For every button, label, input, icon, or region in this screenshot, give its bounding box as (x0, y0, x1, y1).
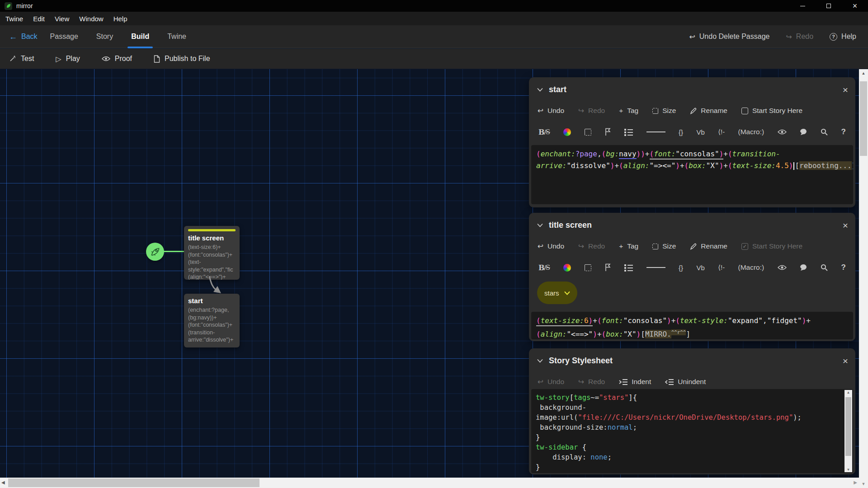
passage-code-editor[interactable]: (enchant:?page,(bg:navy))+(font:"consola… (531, 145, 853, 204)
collapse-chevron-icon[interactable] (537, 88, 543, 92)
find-icon[interactable] (821, 264, 828, 271)
scroll-down-icon[interactable]: ▼ (844, 468, 852, 472)
alignment-icon[interactable] (646, 266, 665, 269)
redo-button[interactable]: ↪Redo (578, 378, 605, 386)
preview-eye-icon[interactable] (778, 129, 787, 135)
preview-eye-icon[interactable] (778, 264, 787, 271)
undo-icon: ↩ (538, 107, 543, 115)
comment-icon[interactable]: ⟨!- (718, 263, 725, 272)
collapse-braces-icon[interactable]: {} (679, 128, 683, 136)
start-story-here-checkbox[interactable]: Start Story Here (741, 107, 802, 115)
maximize-button[interactable] (816, 0, 842, 12)
scroll-right-icon[interactable]: ▶ (854, 480, 857, 485)
redo-button[interactable]: ↪ Redo (786, 33, 813, 41)
story-start-marker[interactable] (146, 243, 164, 261)
undo-delete-passage-button[interactable]: ↩ Undo Delete Passage (689, 33, 769, 41)
comment-bubble-icon[interactable] (800, 128, 807, 136)
proof-eye-icon (102, 56, 110, 62)
borders-icon[interactable] (585, 129, 591, 136)
scrollbar-thumb[interactable] (845, 397, 851, 456)
stylesheet-scrollbar[interactable]: ▲ ▼ (844, 390, 852, 472)
indent-icon (619, 379, 627, 385)
scroll-up-icon[interactable]: ▲ (859, 71, 868, 75)
link-flag-icon[interactable] (604, 263, 611, 272)
passage-card-start[interactable]: start (enchant:?page, (bg:navy))+ (font:… (184, 294, 240, 347)
indent-button[interactable]: Indent (619, 378, 651, 386)
passage-card-title-screen[interactable]: title screen (text-size:6)+ (font:"conso… (184, 226, 240, 280)
passage-preview: (enchant:?page, (bg:navy))+ (font:"conso… (188, 306, 236, 344)
collapse-chevron-icon[interactable] (537, 223, 543, 227)
link-flag-icon[interactable] (604, 128, 611, 136)
tab-build[interactable]: Build (131, 25, 149, 48)
colour-icon[interactable] (563, 128, 571, 136)
rename-button[interactable]: Rename (690, 107, 727, 115)
size-button[interactable]: Size (652, 107, 676, 115)
minimize-button[interactable] (789, 0, 816, 12)
comment-icon[interactable]: ⟨!- (718, 128, 725, 136)
numbered-list-icon[interactable] (624, 128, 633, 136)
close-button[interactable]: × (842, 0, 868, 12)
close-panel-icon[interactable]: × (843, 85, 848, 94)
comment-bubble-icon[interactable] (800, 264, 807, 271)
vertical-scrollbar[interactable]: ▲ ▼ (859, 69, 868, 488)
window-title: mirror (16, 2, 33, 9)
scrollbar-thumb[interactable] (860, 81, 867, 156)
play-button[interactable]: ▷ Play (56, 55, 80, 63)
proof-button[interactable]: Proof (102, 55, 132, 63)
start-story-label: Start Story Here (752, 242, 802, 250)
unindent-button[interactable]: Unindent (665, 378, 706, 386)
redo-button[interactable]: ↪Redo (578, 242, 605, 250)
stylesheet-code-editor[interactable]: tw-story[tags~="stars"]{ background-imag… (531, 389, 853, 473)
start-story-here-checkbox[interactable]: ✓Start Story Here (741, 242, 802, 250)
scrollbar-thumb[interactable] (8, 479, 259, 487)
add-tag-button[interactable]: +Tag (619, 242, 638, 250)
menu-view[interactable]: View (50, 15, 74, 23)
text-style-icon[interactable]: B/S (538, 128, 550, 136)
rename-pen-icon (690, 108, 697, 114)
passage-code-editor[interactable]: (text-size:6)+(font:"consolas")+(text-st… (531, 312, 853, 339)
size-button[interactable]: Size (652, 242, 676, 250)
horizontal-scrollbar[interactable]: ◀ ▶ (0, 478, 859, 488)
help-icon[interactable]: ? (841, 263, 846, 272)
collapse-braces-icon[interactable]: {} (679, 264, 683, 272)
numbered-list-icon[interactable] (624, 264, 633, 272)
undo-button[interactable]: ↩Undo (538, 378, 564, 386)
close-panel-icon[interactable]: × (843, 356, 848, 366)
scroll-left-icon[interactable]: ◀ (1, 480, 5, 485)
tag-label: Tag (627, 107, 638, 115)
verbatim-icon[interactable]: Vb (696, 264, 704, 272)
menu-edit[interactable]: Edit (28, 15, 50, 23)
help-button[interactable]: ? Help (830, 33, 856, 41)
undo-delete-label: Undo Delete Passage (699, 33, 770, 41)
find-icon[interactable] (821, 128, 828, 136)
close-panel-icon[interactable]: × (843, 221, 848, 230)
alignment-icon[interactable] (646, 131, 665, 134)
back-button[interactable]: ← Back (9, 32, 38, 42)
rename-button[interactable]: Rename (690, 242, 727, 250)
add-tag-button[interactable]: +Tag (619, 107, 638, 115)
borders-icon[interactable] (585, 264, 591, 271)
tab-twine[interactable]: Twine (167, 25, 186, 48)
scroll-down-icon[interactable]: ▼ (859, 482, 868, 486)
back-arrow-icon: ← (9, 32, 17, 42)
menu-window[interactable]: Window (74, 15, 108, 23)
text-style-icon[interactable]: B/S (538, 263, 550, 272)
colour-icon[interactable] (563, 264, 571, 272)
tab-passage[interactable]: Passage (50, 25, 78, 48)
undo-button[interactable]: ↩Undo (538, 107, 564, 115)
collapse-chevron-icon[interactable] (537, 359, 543, 363)
help-icon[interactable]: ? (841, 127, 846, 136)
test-button[interactable]: Test (9, 55, 34, 63)
tag-chip-stars[interactable]: stars (537, 282, 577, 304)
stylesheet-actions-row: ↩Undo ↪Redo Indent Unindent (538, 375, 847, 389)
menu-twine[interactable]: Twine (0, 15, 28, 23)
publish-button[interactable]: Publish to File (154, 55, 210, 63)
redo-button[interactable]: ↪Redo (578, 107, 605, 115)
verbatim-icon[interactable]: Vb (696, 128, 704, 136)
macro-button[interactable]: (Macro:) (738, 263, 764, 272)
scroll-up-icon[interactable]: ▲ (844, 390, 852, 394)
tab-story[interactable]: Story (96, 25, 113, 48)
undo-button[interactable]: ↩Undo (538, 242, 564, 250)
menu-help[interactable]: Help (108, 15, 132, 23)
macro-button[interactable]: (Macro:) (738, 128, 764, 136)
